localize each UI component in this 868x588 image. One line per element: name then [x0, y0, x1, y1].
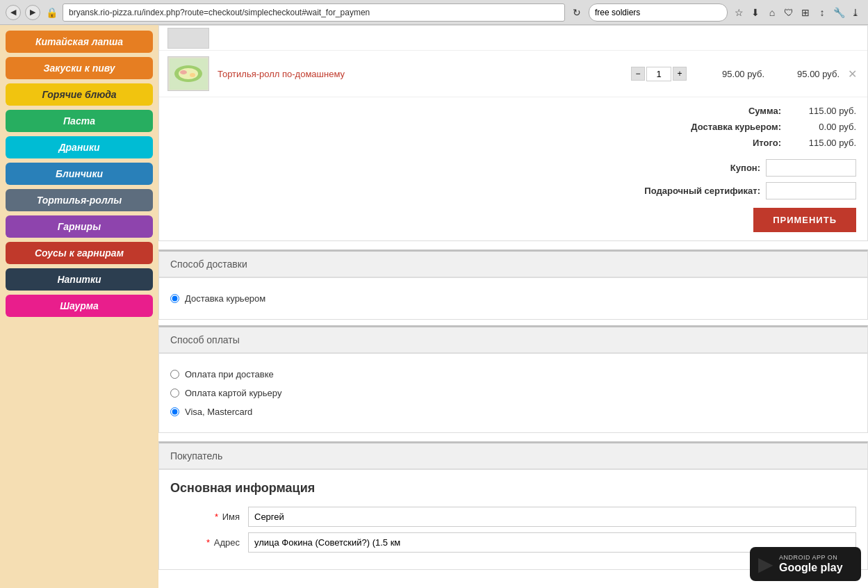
coupon-label: Купон: — [730, 163, 760, 173]
home-icon[interactable]: ⌂ — [765, 6, 779, 19]
cart-item-row: Тортилья-ролл по-домашнему − + 95.00 руб… — [159, 51, 867, 97]
total-row: Итого: 115.00 руб. — [170, 135, 856, 151]
payment-section-title: Способ оплаты — [170, 334, 240, 345]
sidebar-item-drinks[interactable]: Напитки — [6, 268, 153, 291]
delivery-section-body: Доставка курьером — [158, 277, 868, 320]
google-play-badge[interactable]: ▶ ANDROID APP ON Google play — [750, 547, 861, 581]
form-input-name[interactable] — [248, 507, 856, 527]
total-value: 115.00 руб. — [787, 138, 856, 148]
sidebar-item-sauces[interactable]: Соусы к гарнирам — [6, 242, 153, 264]
search-bar[interactable] — [589, 3, 728, 22]
sync-icon[interactable]: ↕ — [815, 6, 829, 19]
coupon-input[interactable] — [766, 159, 856, 177]
payment-section-body: Оплата при доставке Оплата картой курьер… — [158, 353, 868, 433]
qty-input[interactable] — [646, 67, 671, 81]
payment-radio-card-courier[interactable] — [170, 389, 179, 398]
sidebar-item-draniki[interactable]: Драники — [6, 136, 153, 158]
payment-option-card-courier[interactable]: Оплата картой курьеру — [170, 384, 856, 402]
extension-icon[interactable]: 🔧 — [832, 6, 846, 19]
delivery-section-title: Способ доставки — [170, 259, 247, 270]
delivery-radio-courier[interactable] — [170, 294, 179, 303]
remove-item-btn[interactable]: ✕ — [845, 67, 859, 81]
sidebar: Китайская лапша Закуски к пиву Горячие б… — [0, 25, 158, 588]
cart-section: Тортилья-ролл по-домашнему − + 95.00 руб… — [158, 25, 868, 241]
gift-row: Подарочный сертификат: — [159, 179, 867, 202]
cart-top-row — [159, 26, 867, 51]
sidebar-item-garnishes[interactable]: Гарниры — [6, 215, 153, 238]
subtotal-row: Сумма: 115.00 руб. — [170, 103, 856, 119]
gift-label: Подарочный сертификат: — [644, 186, 760, 196]
coupon-row: Купон: — [159, 156, 867, 179]
page-layout: Китайская лапша Закуски к пиву Горячие б… — [0, 25, 868, 588]
browser-chrome: ◀ ▶ 🔒 ↻ ☆ ⬇ ⌂ 🛡 ⊞ ↕ 🔧 ⤓ — [0, 0, 868, 25]
payment-option-cash[interactable]: Оплата при доставке — [170, 365, 856, 384]
subtotal-label: Сумма: — [748, 106, 781, 116]
sidebar-item-pasta[interactable]: Паста — [6, 110, 153, 132]
buyer-subtitle: Основная информация — [170, 481, 856, 496]
lock-icon: 🔒 — [44, 6, 58, 19]
google-play-name: Google play — [779, 561, 843, 574]
required-star-name: * — [215, 512, 218, 522]
download-icon[interactable]: ⬇ — [748, 6, 762, 19]
payment-option-visa-label: Visa, Mastercard — [185, 407, 252, 417]
toolbar-icons: ☆ ⬇ ⌂ 🛡 ⊞ ↕ 🔧 ⤓ — [732, 6, 862, 19]
summary-section: Сумма: 115.00 руб. Доставка курьером: 0.… — [159, 97, 867, 156]
forward-button[interactable]: ▶ — [25, 5, 40, 20]
back-button[interactable]: ◀ — [6, 5, 21, 20]
delivery-row: Доставка курьером: 0.00 руб. — [170, 119, 856, 135]
cart-item-top-img — [167, 28, 209, 49]
google-play-available: ANDROID APP ON — [779, 554, 843, 561]
gift-input[interactable] — [766, 182, 856, 199]
buyer-section-header: Покупатель — [158, 441, 868, 469]
main-content: Тортилья-ролл по-домашнему − + 95.00 руб… — [158, 25, 868, 588]
apps-icon[interactable]: ⊞ — [799, 6, 812, 19]
form-label-address: * Адрес — [170, 537, 240, 548]
download2-icon[interactable]: ⤓ — [849, 6, 862, 19]
buyer-section-title: Покупатель — [170, 450, 222, 462]
form-label-name: * Имя — [170, 512, 240, 522]
required-star-address: * — [206, 537, 210, 548]
bookmark-icon[interactable]: ☆ — [732, 6, 746, 19]
google-play-text: ANDROID APP ON Google play — [779, 554, 843, 574]
payment-option-card-courier-label: Оплата картой курьеру — [185, 388, 281, 398]
apply-button[interactable]: ПРИМЕНИТЬ — [753, 208, 856, 232]
address-bar[interactable] — [63, 3, 565, 22]
sidebar-item-shawarma[interactable]: Шаурма — [6, 295, 153, 317]
sidebar-item-tortilla-rolls[interactable]: Тортилья-роллы — [6, 189, 153, 211]
svg-point-4 — [190, 73, 195, 77]
delivery-section-header: Способ доставки — [158, 250, 868, 277]
delivery-option-courier-label: Доставка курьером — [185, 293, 265, 304]
delivery-option-courier[interactable]: Доставка курьером — [170, 289, 856, 308]
delivery-value: 0.00 руб. — [787, 122, 856, 132]
payment-radio-visa[interactable] — [170, 407, 179, 416]
reload-button[interactable]: ↻ — [569, 5, 584, 20]
payment-section-header: Способ оплаты — [158, 325, 868, 353]
qty-decrease-btn[interactable]: − — [631, 67, 645, 81]
subtotal-value: 115.00 руб. — [787, 106, 856, 116]
total-label: Итого: — [753, 138, 781, 148]
form-row-name: * Имя — [170, 507, 856, 527]
sidebar-item-beer-snacks[interactable]: Закуски к пиву — [6, 57, 153, 79]
item-total-price: 95.00 руб. — [770, 69, 840, 79]
sidebar-item-pancakes[interactable]: Блинчики — [6, 163, 153, 185]
qty-increase-btn[interactable]: + — [673, 67, 687, 81]
payment-radio-cash[interactable] — [170, 370, 179, 379]
field-label-address: Адрес — [214, 537, 240, 548]
google-play-icon: ▶ — [758, 553, 773, 575]
payment-option-visa[interactable]: Visa, Mastercard — [170, 402, 856, 421]
cart-item-image — [167, 56, 209, 91]
payment-option-cash-label: Оплата при доставке — [185, 369, 274, 379]
field-label-name: Имя — [222, 512, 240, 522]
unit-price: 95.00 руб. — [695, 69, 764, 79]
svg-point-3 — [180, 70, 187, 74]
sidebar-item-hot-dishes[interactable]: Горячие блюда — [6, 83, 153, 106]
qty-controls: − + — [631, 67, 687, 81]
sidebar-item-chinese-noodles[interactable]: Китайская лапша — [6, 31, 153, 53]
delivery-label: Доставка курьером: — [691, 122, 781, 132]
shield-icon[interactable]: 🛡 — [782, 6, 796, 19]
cart-item-name-link[interactable]: Тортилья-ролл по-домашнему — [218, 69, 623, 79]
